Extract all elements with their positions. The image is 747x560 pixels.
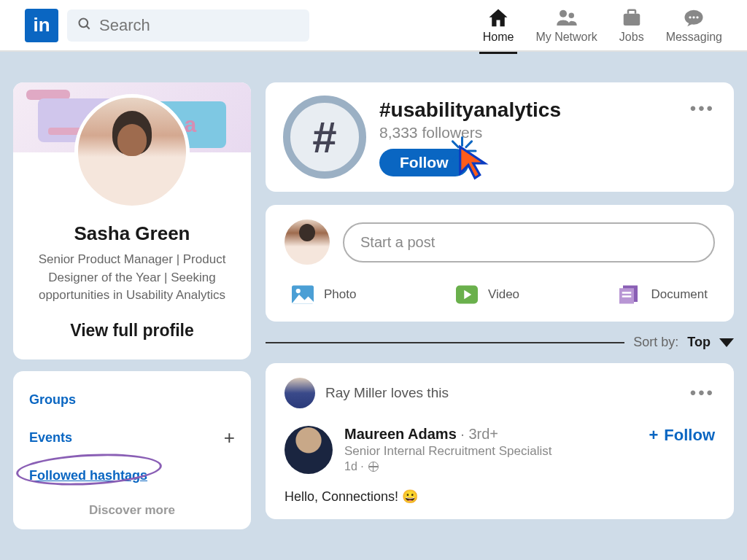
svg-rect-15 [622,295,631,298]
nav-home[interactable]: Home [483,7,514,44]
add-event-icon[interactable]: + [224,427,235,449]
home-icon [487,7,509,29]
profile-headline: Senior Product Manager | Product Designe… [26,251,238,305]
svg-point-7 [693,16,695,18]
globe-icon [368,462,379,472]
start-post-input[interactable]: Start a post [343,222,715,262]
follow-author-button[interactable]: +Follow [649,426,715,445]
jobs-icon [621,7,643,29]
author-avatar[interactable] [285,426,333,474]
svg-rect-4 [623,13,640,25]
author-role: Senior Internal Recruitment Specialist [344,444,637,459]
messaging-icon [683,7,705,29]
svg-line-1 [87,26,90,28]
reaction-text: Ray Miller loves this [325,385,449,401]
profile-avatar[interactable] [74,94,190,209]
post-body: Hello, Connections! 😀 [285,489,715,505]
network-icon [556,7,578,29]
view-full-profile[interactable]: View full profile [26,321,238,341]
sidebar-events[interactable]: Events+ [29,417,235,459]
top-nav: in Home My Network Jobs Messaging [0,0,747,52]
search-icon [77,17,92,34]
reactor-avatar[interactable] [285,378,315,408]
sort-value[interactable]: Top [687,335,711,350]
svg-point-10 [296,289,301,293]
post-composer: Start a post Photo Video Document [266,205,734,322]
svg-point-3 [568,12,574,18]
sidebar-groups[interactable]: Groups [29,383,235,417]
divider [266,342,624,343]
follow-hashtag-button[interactable]: Follow [379,149,469,176]
sort-row[interactable]: Sort by: Top [266,335,734,350]
svg-point-8 [697,16,699,18]
profile-name: Sasha Green [26,222,238,245]
composer-photo[interactable]: Photo [292,285,356,304]
linkedin-logo[interactable]: in [25,9,58,42]
nav-jobs[interactable]: Jobs [619,7,644,44]
chevron-down-icon[interactable] [719,338,734,347]
nav-network-label: My Network [535,31,597,44]
hashtag-menu[interactable]: ••• [690,98,715,119]
feed-post: Ray Miller loves this ••• Maureen Adams … [266,363,734,519]
hashtag-followers: 8,333 followers [379,124,716,141]
sort-label: Sort by: [633,335,678,350]
links-card: Groups Events+ Followed hashtags Discove… [13,371,251,529]
nav-home-label: Home [483,31,514,44]
hashtag-title: #usabilityanalytics [379,98,716,122]
composer-video[interactable]: Video [456,285,519,304]
composer-avatar[interactable] [285,219,330,265]
search-box[interactable] [67,9,309,42]
composer-document[interactable]: Document [619,285,708,304]
profile-card: Aa Sasha Green Senior Product Manager | … [13,82,251,359]
video-icon [456,285,478,304]
post-meta: 1d · [344,460,637,473]
nav-jobs-label: Jobs [619,31,644,44]
search-input[interactable] [99,16,299,35]
nav-network[interactable]: My Network [535,7,597,44]
svg-rect-14 [622,292,631,294]
svg-point-6 [689,16,692,18]
discover-more[interactable]: Discover more [29,493,235,522]
sidebar-followed-hashtags[interactable]: Followed hashtags [29,459,235,493]
post-menu[interactable]: ••• [690,383,715,403]
svg-point-2 [560,9,567,17]
nav-messaging-label: Messaging [666,31,722,44]
document-icon [619,285,641,304]
author-name-row[interactable]: Maureen Adams · 3rd+ [344,426,637,443]
photo-icon [292,285,314,304]
nav-messaging[interactable]: Messaging [666,7,722,44]
hashtag-header: # #usabilityanalytics 8,333 followers Fo… [266,82,734,192]
hashtag-icon: # [283,96,366,179]
svg-point-0 [80,18,88,27]
